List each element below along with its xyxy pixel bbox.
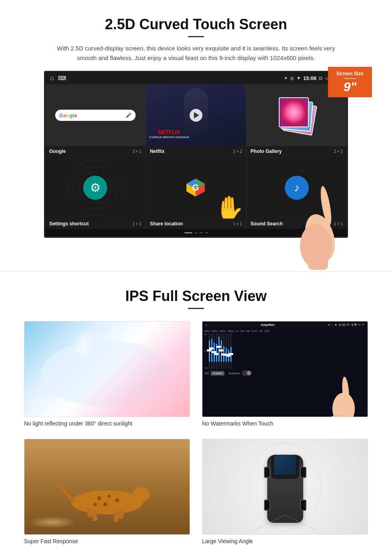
amp-x-icon: ⊠ [354,323,357,326]
amp-eq-icon: ≡ [328,323,330,326]
amp-slider-10[interactable] [230,333,232,369]
section1-desc: With 2.5D curved-display screen, this de… [56,44,336,63]
section-ips: IPS Full Screen View No light reflecting… [0,288,392,558]
play-icon [194,112,199,118]
amp-back-label: ◁◁ [204,371,208,375]
amp-cam-icon: ⊡ [347,323,349,326]
amp-slider-1[interactable] [209,333,210,369]
amp-slider-8[interactable] [226,333,227,369]
badge-divider [344,78,356,79]
sound-app-size: 1 × 1 [334,222,343,226]
feature-label-watermarks: No Watermarks When Touch [202,420,368,427]
app-cell-settings[interactable]: ⚙ Settings shortcut 1 × 1 [45,157,146,229]
car-wheel-rear-left [264,500,270,511]
google-cell-content: Google 🎤 [45,84,146,146]
feature-item-watermarks: ⌂ Amplifier ≡ ··· ▼ 17:33 ⊡ ◁) ⊠ ▭ ↩ [202,321,368,427]
amp-status-bar: ⌂ Amplifier ≡ ··· ▼ 17:33 ⊡ ◁) ⊠ ▭ ↩ [202,321,368,328]
amp-loudness-toggle[interactable] [242,371,252,375]
wifi-icon: ▼ [296,76,301,80]
amp-slider-6[interactable] [221,333,222,369]
car-wheel-front-right [300,467,306,478]
amp-time: 17:33 [338,323,346,326]
svg-rect-8 [308,258,328,270]
car-window [274,455,296,475]
badge-size: 9" [334,80,366,93]
amp-slider-4[interactable] [216,333,217,369]
settings-cell-top: ⚙ [45,157,146,219]
google-logo: Google [59,112,77,119]
google-cell-top: Google 🎤 [45,84,146,146]
amp-sliders-group [209,333,366,369]
gallery-label: Photo Gallery 2 × 2 [246,146,347,157]
settings-icon-wrap: ⚙ [83,176,107,200]
amp-home-icon: ⌂ [206,323,207,326]
app-cell-netflix[interactable]: NETFLIX Continue Marvel's Daredevil Netf… [146,84,246,157]
netflix-logo: NETFLIX [149,129,189,135]
amp-slider-area: 100-10 [204,333,366,369]
amp-slider-9[interactable] [228,333,229,369]
dot-inactive-2 [200,232,203,233]
netflix-app-name: Netflix [150,149,165,154]
app-cell-sound-search[interactable]: ♪ Sound Search 1 × 1 [246,157,347,229]
settings-app-size: 1 × 1 [132,222,142,226]
dot-inactive-1 [194,232,198,233]
svg-text:G: G [192,183,199,193]
feature-grid: No light reflecting under 360° direct su… [24,321,368,544]
app-grid-row2: ⚙ Settings shortcut 1 × 1 [45,157,347,229]
share-cell-content: G 🤚 [146,157,246,219]
app-cell-google[interactable]: Google 🎤 Google 3 × 1 [45,84,146,157]
amp-freq-row: 60hz100hz200hz500hz1k2.5k10k12.5k15kSUB [204,330,366,332]
google-app-size: 3 × 1 [132,149,142,154]
svg-point-12 [71,490,143,514]
google-label: Google 3 × 1 [45,146,146,157]
amp-slider-7[interactable] [223,333,224,369]
settings-label: Settings shortcut 1 × 1 [45,219,146,229]
sound-app-name: Sound Search [250,221,283,227]
svg-point-13 [132,487,150,502]
feature-img-sunlight [24,321,190,417]
google-app-name: Google [49,149,66,154]
bluetooth-icon: ✦ [284,76,288,81]
gallery-app-name: Photo Gallery [250,149,282,154]
settings-app-name: Settings shortcut [49,221,89,227]
app-cell-share-location[interactable]: G 🤚 Share location 1 × 1 [146,157,246,229]
share-cell-top: G 🤚 [146,157,246,219]
amp-loudness-label: loudness [228,372,240,375]
feature-img-cheetah [24,439,190,535]
netflix-app-size: 3 × 2 [233,149,242,154]
car-roof [271,455,299,479]
amp-dot-icon: ··· [331,323,333,326]
svg-point-14 [97,496,101,500]
home-icon[interactable]: ⌂ [50,74,54,82]
share-app-size: 1 × 1 [233,222,242,226]
netflix-label: Netflix 3 × 2 [146,146,246,157]
section2-title: IPS Full Screen View [24,288,368,305]
device-screen: ⌂ ⌨ ✦ ◎ ▼ 15:06 ⊡ ◁) ⊠ ▭ [44,71,348,238]
lens-flare [41,341,173,407]
svg-point-18 [103,502,107,506]
netflix-logo-area: NETFLIX Continue Marvel's Daredevil [149,129,189,139]
device-wrapper: Screen Size 9" ⌂ ⌨ ✦ ◎ ▼ 15:06 ⊡ [44,71,348,238]
netflix-play-button[interactable] [190,109,202,122]
music-note-icon: ♪ [294,181,300,194]
section2-divider [188,308,204,309]
flower-image [280,98,308,126]
feature-label-sunlight: No light reflecting under 360° direct su… [24,420,190,427]
car-body [267,455,303,523]
car-wheel-rear-right [300,500,306,511]
photo-stack [279,97,315,133]
share-label: Share location 1 × 1 [146,219,246,229]
usb-icon: ⌨ [58,75,66,81]
maps-icon: G [185,177,207,199]
google-search-bar[interactable]: Google 🎤 [55,110,136,121]
dots-indicator [45,229,347,237]
amp-custom-button[interactable]: Custom [211,371,224,375]
status-left: ⌂ ⌨ [50,74,66,82]
dot-active [184,232,192,233]
amp-hand-overlay [324,369,364,417]
amp-slider-3[interactable] [214,333,215,369]
mic-icon[interactable]: 🎤 [126,112,132,118]
cheetah-silhouette [51,474,163,522]
settings-cell-content: ⚙ [45,157,146,219]
amp-back-icon: ↩ [362,323,364,326]
